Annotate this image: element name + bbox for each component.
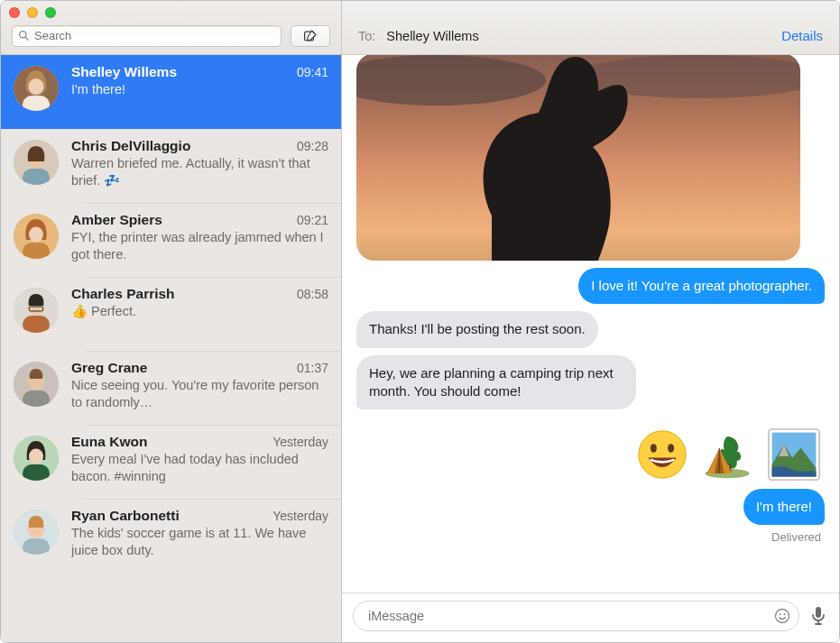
app-frame: Shelley Willems 09:41 I'm there! Chris D… [1,1,839,642]
message-row: I love it! You're a great photographer. [356,268,825,304]
compose-icon [302,28,318,44]
camping-tent-emoji-icon [702,429,752,480]
avatar [14,362,59,407]
svg-point-13 [29,227,43,243]
details-button[interactable]: Details [781,28,823,43]
conversation-preview: Warren briefed me. Actually, it wasn't t… [71,155,328,188]
window-close-button[interactable] [9,7,20,18]
conversation-header: To: Shelley Willems Details [342,1,839,55]
sidebar: Shelley Willems 09:41 I'm there! Chris D… [1,1,342,642]
search-field[interactable] [12,25,282,47]
message-input[interactable] [353,601,799,631]
conversation-item[interactable]: Charles Parrish 08:58 👍 Perfect. [1,277,341,351]
svg-point-41 [780,613,781,615]
window-zoom-button[interactable] [45,7,56,18]
image-attachment[interactable] [356,55,800,261]
svg-rect-17 [23,316,50,333]
landscape-photo-emoji-icon [767,427,821,482]
composer [342,592,839,642]
conversation-preview: Every meal I've had today has included b… [71,451,328,484]
conversation-name: Euna Kwon [71,434,147,450]
emoji-picker-button[interactable] [772,606,792,626]
conversation-preview: The kids' soccer game is at 11. We have … [71,525,328,558]
message-row: I'm there! [356,489,825,525]
conversation-name: Shelley Willems [71,64,177,80]
svg-point-24 [29,449,43,464]
svg-rect-28 [23,538,50,555]
grinning-face-emoji-icon [637,429,688,480]
compose-button[interactable] [291,25,330,47]
emoji-sticker-row[interactable] [637,427,825,482]
avatar [14,510,59,555]
message-bubble-sent[interactable]: I'm there! [743,489,825,525]
conversation-time: 08:58 [297,287,328,301]
window-minimize-button[interactable] [27,7,38,18]
message-row: Hey, we are planning a camping trip next… [356,355,825,410]
avatar [14,140,59,185]
conversation-name: Chris DelVillaggio [71,138,190,154]
avatar [14,214,59,259]
to-recipient[interactable]: Shelley Willems [386,29,478,43]
conversation-time: 09:21 [297,213,328,227]
svg-rect-14 [23,243,50,259]
svg-point-35 [668,444,674,453]
search-input[interactable] [34,29,275,42]
message-bubble-received[interactable]: Thanks! I'll be posting the rest soon. [356,311,598,347]
conversation-time: 01:37 [297,361,328,375]
conversation-item[interactable]: Euna Kwon Yesterday Every meal I've had … [1,425,341,499]
conversation-item[interactable]: Shelley Willems 09:41 I'm there! [1,55,341,129]
conversation-name: Charles Parrish [71,286,175,302]
conversation-preview: I'm there! [71,81,328,98]
svg-point-6 [29,78,44,95]
avatar [14,436,59,481]
svg-point-34 [651,444,657,453]
microphone-icon [811,606,826,626]
audio-message-button[interactable] [808,603,828,629]
message-thread[interactable]: I love it! You're a great photographer. … [342,55,839,592]
svg-rect-7 [23,96,50,111]
conversation-preview: 👍 Perfect. [71,303,328,320]
conversation-item[interactable]: Greg Crane 01:37 Nice seeing you. You're… [1,351,341,425]
message-row [356,427,825,482]
avatar [14,288,59,333]
svg-line-1 [25,37,28,40]
conversation-time: 09:41 [297,65,328,79]
conversation-item[interactable]: Amber Spiers 09:21 FYI, the printer was … [1,203,341,277]
svg-point-40 [776,610,789,623]
conversation-time: Yesterday [272,509,328,523]
avatar [14,66,59,111]
message-bubble-received[interactable]: Hey, we are planning a camping trip next… [356,355,636,410]
conversation-item[interactable]: Ryan Carbonetti Yesterday The kids' socc… [1,499,341,573]
svg-rect-43 [816,607,821,618]
conversation-item[interactable]: Chris DelVillaggio 09:28 Warren briefed … [1,129,341,203]
svg-rect-25 [23,464,50,481]
smiley-icon [773,607,791,625]
conversation-pane: To: Shelley Willems Details [342,1,839,642]
conversation-name: Ryan Carbonetti [71,508,180,524]
conversation-list: Shelley Willems 09:41 I'm there! Chris D… [1,55,341,642]
message-bubble-sent[interactable]: I love it! You're a great photographer. [578,268,825,304]
search-icon [18,30,30,41]
svg-point-42 [784,613,786,615]
conversation-preview: Nice seeing you. You're my favorite pers… [71,377,328,410]
svg-rect-21 [23,390,50,407]
message-row: Thanks! I'll be posting the rest soon. [356,311,825,347]
message-row [356,55,825,261]
delivery-status: Delivered [356,530,825,544]
conversation-time: 09:28 [297,139,328,153]
conversation-name: Greg Crane [71,360,147,376]
conversation-preview: FYI, the printer was already jammed when… [71,229,328,262]
to-label: To: [358,29,375,43]
svg-rect-10 [23,169,50,185]
conversation-name: Amber Spiers [71,212,162,228]
conversation-time: Yesterday [272,435,328,449]
